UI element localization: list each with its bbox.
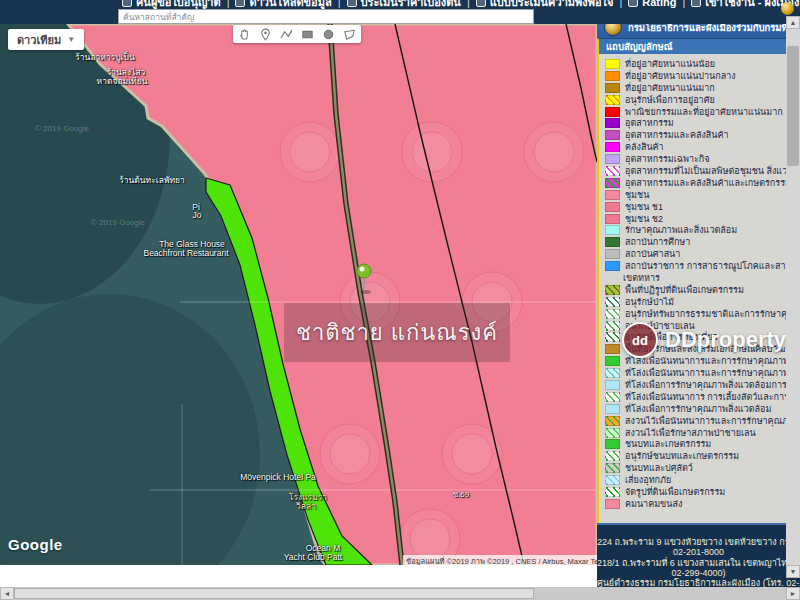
legend-color-swatch bbox=[605, 118, 620, 128]
rectangle-icon[interactable] bbox=[301, 28, 314, 41]
legend-color-swatch bbox=[605, 499, 620, 509]
legend-color-swatch bbox=[605, 309, 620, 319]
horizontal-scroll-thumb[interactable] bbox=[14, 588, 534, 599]
legend-color-swatch bbox=[605, 344, 620, 354]
legend-item-label: พาณิชยกรรมและที่อยู่อาศัยหนาแน่นมาก bbox=[625, 106, 783, 118]
vertical-scroll-thumb[interactable] bbox=[787, 46, 799, 166]
legend-color-swatch bbox=[605, 59, 620, 69]
pan-hand-icon[interactable] bbox=[238, 28, 251, 41]
legend-item: อนุรักษ์ทรัพยากรธรรมชาติและการรักษาคุณภา… bbox=[599, 308, 786, 320]
user-watermark-band: ชาติชาย แก่นณรงค์ bbox=[284, 303, 510, 362]
sidebar-vertical-scrollbar[interactable]: ▲ ▼ bbox=[786, 16, 800, 578]
polyline-icon[interactable] bbox=[280, 28, 293, 41]
menu-item-icon bbox=[347, 0, 357, 7]
legend-item: ชุมชน ช2 bbox=[599, 213, 786, 225]
map-canvas[interactable]: ร้านอาหารปูเป็นร้านลุงไสวหาดจอมเทียน© 20… bbox=[0, 24, 597, 565]
legend-color-swatch bbox=[605, 166, 620, 176]
chevron-down-icon: ▼ bbox=[67, 35, 75, 44]
legend-item-label: อนุรักษ์ป่าไม้ bbox=[625, 296, 674, 308]
legend-item-label: ชนบทและปศุสัตว์ bbox=[625, 462, 693, 474]
footer-address-line: 218/1 ถ.พระรามที่ 6 แขวงสามเสนใน เขตพญาไ… bbox=[597, 558, 800, 568]
menu-item-icon bbox=[235, 0, 245, 7]
legend-color-swatch bbox=[605, 380, 620, 390]
legend-item-label: อุตสาหกรรมที่ไม่เป็นมลพิษต่อชุมชน สิ่งแว… bbox=[625, 165, 786, 177]
legend-item-label: อุตสาหกรรมและคลังสินค้า bbox=[625, 129, 729, 141]
map-place-label: © 2019 Google bbox=[35, 124, 89, 133]
navbar-menu-item[interactable]: Rating bbox=[619, 0, 676, 11]
google-logo: Google bbox=[8, 536, 63, 553]
legend-item-label: ที่โล่งเพื่อนันทนาการ การเลี้ยงสัตว์และก… bbox=[625, 391, 786, 403]
legend-color-swatch bbox=[605, 214, 620, 224]
legend-item: ที่โล่งเพื่อการรักษาคุณภาพสิ่งแวดล้อม bbox=[599, 403, 786, 415]
legend-color-swatch bbox=[605, 83, 620, 93]
map-place-label: Mövenpick Hotel Pa bbox=[240, 472, 316, 482]
legend-item: ชุมชน ช1 bbox=[599, 201, 786, 213]
legend-color-swatch bbox=[605, 261, 620, 271]
scroll-right-icon[interactable]: ► bbox=[786, 587, 800, 600]
page-horizontal-scrollbar[interactable]: ◄ ► bbox=[0, 587, 800, 600]
legend-title-bar: แถบสัญญลักษณ์ bbox=[597, 38, 793, 54]
map-place-label: ร้านต้นทะเลพัทยา bbox=[119, 173, 185, 187]
marker-icon[interactable] bbox=[259, 28, 272, 41]
scroll-up-icon[interactable]: ▲ bbox=[786, 16, 800, 29]
search-input[interactable] bbox=[118, 9, 534, 24]
ddproperty-watermark-text: DDproperty bbox=[665, 327, 786, 353]
legend-item: สถาบันศาสนา bbox=[599, 248, 786, 260]
legend-color-swatch bbox=[605, 107, 620, 117]
legend-item: อุตสาหกรรมที่ไม่เป็นมลพิษต่อชุมชน สิ่งแว… bbox=[599, 165, 786, 177]
legend-item-label: ที่โล่งเพื่อนันทนาการและการรักษาคุณภาพสิ… bbox=[625, 367, 786, 379]
legend-color-swatch bbox=[605, 463, 620, 473]
legend-item-label: พื้นที่ปฏิรูปที่ดินเพื่อเกษตรกรรม bbox=[625, 284, 744, 296]
menu-item-icon bbox=[122, 0, 132, 7]
legend-item-label: ที่อยู่อาศัยหนาแน่นน้อย bbox=[625, 58, 715, 70]
legend-item-label: คลังสินค้า bbox=[625, 141, 664, 153]
footer-address-line: 02-299-4000) bbox=[597, 568, 800, 578]
legend-color-swatch bbox=[605, 487, 620, 497]
map-place-label: หาดจอมเทียน bbox=[97, 74, 148, 88]
legend-item: ชนบทและปศุสัตว์ bbox=[599, 462, 786, 474]
scroll-left-icon[interactable]: ◄ bbox=[0, 587, 14, 600]
legend-color-swatch bbox=[605, 285, 620, 295]
legend-color-swatch bbox=[605, 225, 620, 235]
scroll-down-icon[interactable]: ▼ bbox=[786, 565, 800, 578]
map-place-label: ซ.69 bbox=[453, 488, 470, 501]
legend-item: อนุรักษ์ชนบทและเกษตรกรรม bbox=[599, 450, 786, 462]
legend-item-label: เสี่ยงอุทกภัย bbox=[625, 474, 671, 486]
legend-item: เสี่ยงอุทกภัย bbox=[599, 474, 786, 486]
menu-item-icon bbox=[628, 0, 638, 7]
legend-color-swatch bbox=[605, 154, 620, 164]
legend-item: อุตสาหกรรมและคลังสินค้าและเกษตรกรรม bbox=[599, 177, 786, 189]
map-type-selector[interactable]: ดาวเทียม ▼ bbox=[8, 29, 84, 50]
legend-list: ที่อยู่อาศัยหนาแน่นน้อย ที่อยู่อาศัยหนาแ… bbox=[597, 54, 786, 527]
legend-color-swatch bbox=[605, 142, 620, 152]
legend-item: สถาบันราชการ การสาธารณูปโภคและสาธารณูปกา… bbox=[599, 260, 786, 272]
legend-color-swatch bbox=[605, 321, 620, 331]
legend-item-label: อุตสาหกรรมเฉพาะกิจ bbox=[625, 153, 710, 165]
legend-color-swatch bbox=[605, 249, 620, 259]
legend-sidebar: กรมโยธาธิการและผังเมืองร่วมกับกรมที่ดิน … bbox=[597, 16, 800, 600]
legend-color-swatch bbox=[605, 428, 620, 438]
legend-item: ชุมชน bbox=[599, 189, 786, 201]
map-attribution: ข้อมูลแผนที่ ©2019 ภาพ ©2019 , CNES / Ai… bbox=[403, 555, 597, 565]
legend-item-label: อนุรักษ์ชนบทและเกษตรกรรม bbox=[625, 450, 739, 462]
legend-item: อนุรักษ์เพื่อการอยู่อาศัย bbox=[599, 94, 786, 106]
legend-item: จัดรูปที่ดินเพื่อเกษตรกรรม bbox=[599, 486, 786, 498]
legend-color-swatch bbox=[605, 416, 620, 426]
legend-item-label: อุตสาหกรรม bbox=[625, 117, 674, 129]
circle-icon[interactable] bbox=[322, 28, 335, 41]
legend-item: สงวนไว้เพื่อนันทนาการและการรักษาคุณภาพสิ… bbox=[599, 415, 786, 427]
legend-color-swatch bbox=[605, 356, 620, 366]
legend-item-label: อนุรักษ์ทรัพยากรธรรมชาติและการรักษาคุณภา… bbox=[625, 308, 786, 320]
attribution-text: ข้อมูลแผนที่ ©2019 ภาพ ©2019 , CNES / Ai… bbox=[406, 555, 597, 565]
map-place-label: Yacht Club Patt bbox=[284, 552, 342, 562]
legend-item-label: ที่โล่งเพื่อการรักษาคุณภาพสิ่งแวดล้อมการ… bbox=[625, 379, 786, 391]
legend-color-swatch bbox=[605, 178, 620, 188]
polygon-icon[interactable] bbox=[343, 28, 356, 41]
legend-item: ที่โล่งเพื่อนันทนาการ การเลี้ยงสัตว์และก… bbox=[599, 391, 786, 403]
legend-color-swatch bbox=[605, 190, 620, 200]
legend-item-label: คมนาคมขนส่ง bbox=[625, 498, 682, 510]
legend-item: สถาบันการศึกษา bbox=[599, 236, 786, 248]
zoning-map-layer bbox=[0, 24, 597, 565]
legend-item-label: ที่โล่งเพื่อการรักษาคุณภาพสิ่งแวดล้อม bbox=[625, 403, 771, 415]
map-type-label: ดาวเทียม bbox=[17, 31, 61, 49]
